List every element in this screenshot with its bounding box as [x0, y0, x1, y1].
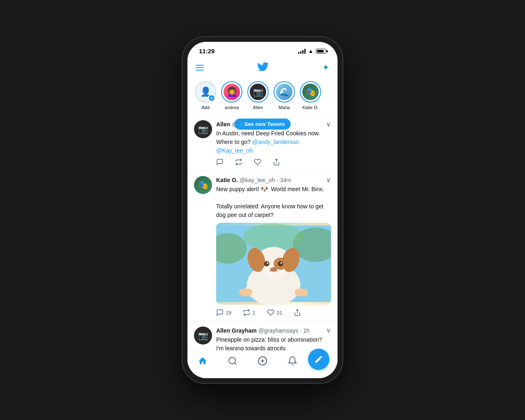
tweet-1-mention-2[interactable]: @Kay_tee_oh: [216, 147, 253, 154]
svg-point-24: [229, 357, 235, 364]
nav-search[interactable]: [224, 354, 241, 370]
tweet-2-content: Katie O. @kay_tee_oh · 34m ∨ New puppy a…: [216, 176, 331, 316]
svg-point-11: [264, 261, 269, 266]
compose-button[interactable]: [308, 349, 329, 370]
svg-rect-20: [239, 289, 253, 297]
story-katie-label: Katie O.: [302, 105, 319, 110]
story-add-label: Add: [201, 105, 210, 110]
new-tweets-label: ↑ See new Tweets: [240, 121, 285, 127]
tweet-1-share-button[interactable]: [273, 158, 280, 166]
status-icons: ▲: [298, 48, 326, 54]
tweet-2-name: Katie O.: [216, 177, 238, 183]
tweet-2-header: Katie O. @kay_tee_oh · 34m ∨: [216, 176, 331, 184]
tweet-2-share-button[interactable]: [294, 309, 301, 316]
menu-button[interactable]: [196, 65, 204, 71]
svg-point-12: [278, 261, 283, 266]
tweet-3-text: Pineapple on pizza: bliss or abomination…: [216, 336, 331, 351]
story-add[interactable]: 👤 + Add: [192, 81, 219, 110]
tweet-3-header: Allen Grayham @grayhamsays · 1h ∨: [216, 326, 331, 334]
story-andrea-label: andrea: [225, 105, 239, 110]
tweet-2-retweet-button[interactable]: 1: [243, 309, 255, 316]
tweet-2-reply-button[interactable]: 29: [216, 309, 231, 316]
tweet-2-reply-count: 29: [226, 310, 231, 316]
tweet-3-more-button[interactable]: ∨: [326, 326, 331, 334]
wifi-icon: ▲: [308, 48, 313, 54]
svg-point-4: [243, 224, 304, 250]
signal-icon: [298, 49, 306, 54]
tweet-2-handle: @kay_tee_oh: [240, 177, 275, 183]
tweet-1-text: In Austin, need Deep Fried Cookies now. …: [216, 129, 331, 155]
svg-point-15: [270, 267, 277, 272]
nav-notifications[interactable]: [284, 354, 301, 370]
add-badge: +: [208, 94, 215, 102]
svg-rect-21: [294, 289, 308, 297]
tweet-2-author-info: Katie O. @kay_tee_oh · 34m: [216, 177, 291, 183]
status-bar: 11:29 ▲: [187, 42, 338, 58]
story-allen-label: Allen: [253, 105, 263, 110]
tweet-1-reply-button[interactable]: [216, 158, 224, 166]
stories-row: 👤 + Add 👩‍🦱 andrea 📷 Allen: [187, 77, 338, 115]
tweet-1-avatar: 📷: [194, 120, 212, 138]
tweet-1-more-button[interactable]: ∨: [326, 120, 331, 128]
tweet-2-like-count: 31: [276, 310, 282, 316]
new-tweets-button[interactable]: ↑ See new Tweets: [235, 119, 291, 130]
tweet-1-actions: [216, 158, 331, 166]
nav-spaces[interactable]: [254, 354, 271, 370]
tweet-3-name: Allen Grayham: [216, 327, 257, 334]
tweet-3-handle: @grayhamsays: [258, 327, 298, 334]
tweet-2-timestamp: 34m: [280, 177, 291, 183]
status-time: 11:29: [199, 48, 215, 55]
tweet-3-timestamp: 1h: [303, 327, 310, 334]
tweet-2-image: [216, 223, 331, 305]
feed: ↑ See new Tweets 📷 Allen @grayhamsays · …: [187, 115, 338, 351]
story-andrea[interactable]: 👩‍🦱 andrea: [219, 81, 245, 110]
story-maria[interactable]: 🌊 Maria: [271, 81, 297, 110]
phone-screen: 11:29 ▲: [187, 42, 338, 378]
tweet-1-name: Allen: [216, 121, 230, 128]
tweet-2-text: New puppy alert! 🐶 World meet Mr. Binx. …: [216, 185, 331, 219]
tweet-3-avatar: 📷: [194, 326, 212, 345]
sparkle-button[interactable]: ✦: [322, 62, 329, 73]
battery-icon: [316, 49, 326, 54]
tweet-2-dot: ·: [277, 177, 278, 183]
tweet-1: ↑ See new Tweets 📷 Allen @grayhamsays · …: [187, 115, 338, 171]
tweet-2-actions: 29 1 31: [216, 309, 331, 316]
nav-home[interactable]: [194, 354, 211, 370]
tweet-2-avatar: 🎭: [194, 176, 212, 194]
top-nav: ✦: [187, 58, 338, 77]
tweet-2-like-button[interactable]: 31: [267, 309, 282, 316]
tweet-1-mention-1[interactable]: @andy_landerson: [252, 139, 299, 145]
tweet-3-author-info: Allen Grayham @grayhamsays · 1h: [216, 327, 310, 334]
tweet-2: 🎭 Katie O. @kay_tee_oh · 34m ∨ New puppy…: [187, 171, 338, 322]
story-katie[interactable]: 🎭 Katie O.: [297, 81, 324, 110]
tweet-1-retweet-button[interactable]: [235, 158, 242, 166]
svg-point-13: [267, 262, 268, 264]
tweet-1-like-button[interactable]: [254, 158, 261, 166]
story-allen[interactable]: 📷 Allen: [245, 81, 271, 110]
svg-point-14: [281, 262, 282, 264]
tweet-3: 📷 Allen Grayham @grayhamsays · 1h ∨ Pine…: [187, 322, 338, 351]
tweet-3-dot: ·: [300, 327, 301, 334]
tweet-3-content: Allen Grayham @grayhamsays · 1h ∨ Pineap…: [216, 326, 331, 351]
tweet-2-retweet-count: 1: [252, 310, 255, 316]
tweet-2-more-button[interactable]: ∨: [326, 176, 331, 184]
svg-line-25: [234, 363, 236, 365]
story-maria-label: Maria: [278, 105, 290, 110]
twitter-logo: [257, 61, 269, 74]
phone-frame: 11:29 ▲: [183, 37, 342, 383]
